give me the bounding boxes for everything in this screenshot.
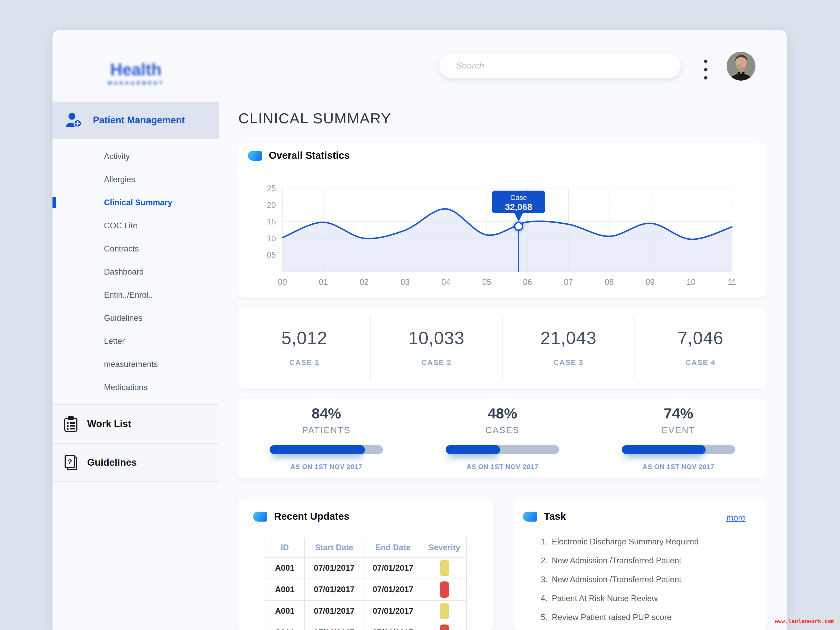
table-row[interactable]: A001 07/01/2017 07/01/2017 (265, 579, 466, 600)
task-item[interactable]: 3. New Admission /Transferred Patient (541, 570, 756, 589)
cell-end-date: 07/01/2017 (364, 557, 422, 579)
progress-bar-fill (446, 445, 500, 454)
cell-severity (422, 557, 466, 579)
sidebar-item[interactable]: Clinical Summary (52, 191, 219, 214)
progress-column: 84% PATIENTS AS ON 1ST NOV 2017 (238, 398, 414, 478)
statistics-line-chart[interactable]: 0510152025000102030405060708091011Case32… (238, 171, 766, 297)
gradient-badge-icon (253, 512, 267, 522)
cell-severity (422, 579, 466, 600)
cell-start-date: 07/01/2017 (305, 600, 363, 622)
svg-text:10: 10 (267, 234, 276, 243)
app-panel: Health MANAGEMENT (52, 30, 787, 630)
stat-column: 5,012 CASE 1 (238, 306, 370, 389)
sidebar-item-label: Allergies (104, 175, 135, 184)
recent-updates-table: IDStart DateEnd DateSeverity A001 07/01/… (265, 538, 467, 630)
sidebar-item[interactable]: Letter (52, 330, 219, 353)
search-input[interactable] (439, 52, 681, 78)
task-item-number: 4. (541, 594, 552, 603)
table-column-header: End Date (364, 538, 422, 557)
svg-text:Case: Case (510, 194, 527, 202)
table-header-row: IDStart DateEnd DateSeverity (265, 538, 466, 557)
sidebar-item-label: Dashboard (104, 267, 144, 276)
stat-column: 21,043 CASE 3 (502, 306, 635, 389)
cell-id: A001 (265, 600, 305, 622)
case-stats-card: 5,012 CASE 1 10,033 CASE 2 21,043 CASE 3… (238, 306, 766, 389)
table-row[interactable]: A001 07/01/2017 07/01/2017 (265, 557, 466, 579)
sidebar-item-label: Contracts (104, 244, 139, 253)
cell-severity (422, 622, 466, 630)
task-item-label: Review Patient raised PUP score (552, 613, 671, 622)
help-document-icon: ? (63, 455, 78, 471)
progress-as-on-date: AS ON 1ST NOV 2017 (466, 463, 538, 471)
task-item-number: 2. (541, 556, 552, 565)
stat-column: 7,046 CASE 4 (635, 306, 766, 389)
progress-bar (622, 445, 735, 454)
stat-label: CASE 3 (554, 358, 584, 367)
stat-label: CASE 4 (686, 358, 715, 367)
progress-percent: 84% (312, 406, 341, 421)
table-body: A001 07/01/2017 07/01/2017 A001 07/01/20… (265, 557, 466, 630)
svg-text:08: 08 (605, 278, 614, 287)
user-avatar[interactable] (726, 52, 755, 81)
table-column-header: Severity (422, 538, 466, 557)
watermark: www.lanlanwork.com (775, 619, 834, 624)
search-bar[interactable] (439, 52, 681, 78)
sidebar-item-label: Medications (104, 383, 147, 392)
stat-value: 10,033 (409, 329, 465, 347)
progress-card: 84% PATIENTS AS ON 1ST NOV 2017 48% CASE… (238, 398, 766, 478)
task-item[interactable]: 4. Patient At Risk Nurse Review (541, 589, 756, 608)
sidebar-item[interactable]: measurements (52, 353, 219, 376)
kebab-dot (704, 76, 707, 79)
kebab-menu-icon[interactable] (700, 57, 711, 82)
sidebar-item-label: Entln../Enrol.. (104, 291, 153, 300)
avatar-photo (726, 52, 755, 81)
progress-column: 48% CASES AS ON 1ST NOV 2017 (414, 398, 591, 478)
cell-start-date: 07/01/2017 (305, 557, 363, 579)
task-item[interactable]: 1. Electronic Discharge Summary Required (541, 532, 756, 551)
progress-label: PATIENTS (302, 425, 351, 435)
sidebar-item[interactable]: Entln../Enrol.. (52, 284, 219, 306)
svg-text:25: 25 (267, 184, 276, 193)
sidebar-item[interactable]: Guidelines (52, 306, 219, 330)
cell-start-date: 07/01/2017 (305, 579, 363, 600)
more-link[interactable]: more (726, 513, 745, 523)
task-item-label: Electronic Discharge Summary Required (552, 537, 699, 546)
sidebar-item-label: COC Lite (104, 221, 137, 230)
card-title-row: Recent Updates (253, 511, 349, 522)
table-row[interactable]: A001 07/01/2017 07/01/2017 (265, 622, 466, 630)
sidebar-item[interactable]: COC Lite (52, 214, 219, 237)
stat-value: 5,012 (281, 329, 327, 347)
stat-label: CASE 1 (289, 358, 319, 367)
task-item-number: 1. (541, 537, 552, 546)
svg-text:05: 05 (482, 278, 491, 287)
active-indicator (52, 197, 56, 208)
cell-id: A001 (265, 579, 305, 600)
cell-end-date: 07/01/2017 (364, 579, 422, 600)
sidebar-item[interactable]: Allergies (52, 168, 219, 191)
sidebar-item[interactable]: Medications (52, 376, 219, 399)
table-row[interactable]: A001 07/01/2017 07/01/2017 (265, 600, 466, 622)
svg-text:01: 01 (319, 278, 328, 287)
cell-id: A001 (265, 557, 305, 579)
sidebar-section-patient-management[interactable]: Patient Management (52, 102, 219, 139)
sidebar-item[interactable]: Activity (52, 145, 219, 168)
svg-text:10: 10 (687, 278, 695, 287)
progress-label: EVENT (662, 425, 695, 435)
sidebar-item[interactable]: Dashboard (52, 261, 219, 284)
sidebar-item[interactable]: Contracts (52, 237, 219, 261)
svg-text:?: ? (68, 458, 72, 466)
app-logo: Health MANAGEMENT (79, 61, 193, 86)
task-item[interactable]: 5. Review Patient raised PUP score (541, 608, 756, 627)
page-title: CLINICAL SUMMARY (238, 110, 392, 127)
severity-badge (440, 603, 449, 619)
sidebar-item-work-list[interactable]: Work List (52, 404, 219, 443)
sidebar-item-label: Guidelines (87, 457, 137, 468)
gradient-badge-icon (523, 512, 537, 522)
sidebar-item-label: Activity (104, 152, 129, 161)
table-column-header: Start Date (305, 538, 363, 557)
task-item[interactable]: 2. New Admission /Transferred Patient (541, 551, 756, 570)
sidebar-item-guidelines-section[interactable]: ? Guidelines (52, 443, 219, 482)
sidebar-menu: Activity Allergies Clinical Summary COC … (52, 145, 219, 399)
logo-subtext: MANAGEMENT (79, 80, 193, 86)
svg-text:02: 02 (360, 278, 369, 287)
